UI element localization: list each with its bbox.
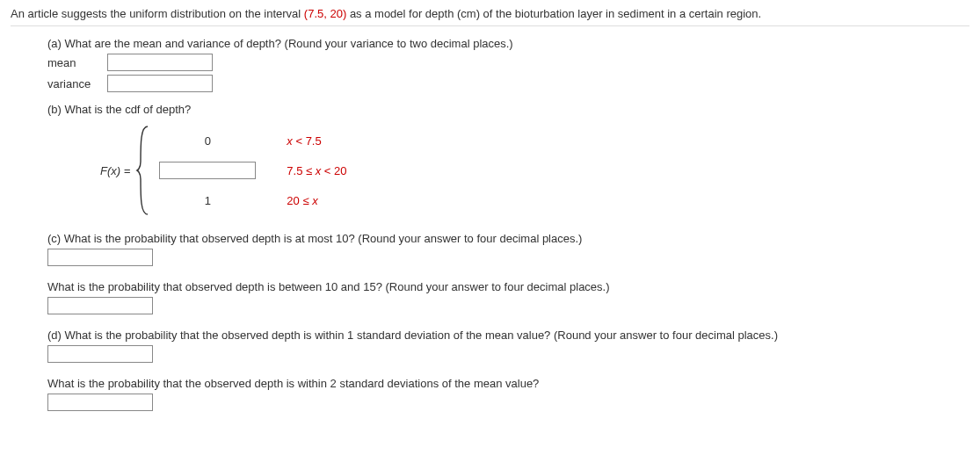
cdf-case-3: 1 20 ≤ x	[155, 185, 346, 215]
cdf-cond-1: x < 7.5	[287, 134, 321, 148]
part-b: (b) What is the cdf of depth? F(x) = 0 x…	[47, 103, 969, 216]
part-d-input-1[interactable]	[47, 345, 153, 363]
part-d-q1: (d) What is the probability that the obs…	[47, 329, 969, 342]
intro-after: as a model for depth (cm) of the bioturb…	[346, 7, 761, 20]
part-d-input-2[interactable]	[47, 394, 153, 411]
cdf-middle-input[interactable]	[159, 162, 256, 179]
variance-input[interactable]	[107, 75, 213, 92]
mean-input[interactable]	[107, 54, 213, 71]
mean-label: mean	[47, 56, 107, 69]
part-d-q2: What is the probability that the observe…	[47, 377, 969, 390]
cdf-case-2: 7.5 ≤ x < 20	[155, 155, 346, 185]
fx-label: F(x) =	[100, 164, 130, 177]
intro-text: An article suggests the uniform distribu…	[11, 7, 969, 26]
intro-before: An article suggests the uniform distribu…	[11, 7, 304, 20]
part-a-prompt: (a) What are the mean and variance of de…	[47, 37, 969, 50]
part-c-q1: (c) What is the probability that observe…	[47, 232, 969, 245]
cdf-case-1: 0 x < 7.5	[155, 126, 346, 155]
interval-value: (7.5, 20)	[304, 7, 346, 20]
cdf-cond-2: 7.5 ≤ x < 20	[287, 164, 346, 177]
part-b-prompt: (b) What is the cdf of depth?	[47, 103, 969, 116]
cdf-cond-3: 20 ≤ x	[287, 194, 317, 207]
part-d: (d) What is the probability that the obs…	[47, 329, 969, 411]
part-c: (c) What is the probability that observe…	[47, 232, 969, 314]
cdf-val-3: 1	[155, 194, 260, 207]
part-a: (a) What are the mean and variance of de…	[47, 37, 969, 92]
part-c-input-1[interactable]	[47, 249, 153, 266]
left-brace-icon	[135, 125, 151, 216]
part-c-q2: What is the probability that observed de…	[47, 280, 969, 293]
variance-label: variance	[47, 77, 107, 90]
part-c-input-2[interactable]	[47, 297, 153, 314]
cdf-val-1: 0	[155, 134, 260, 148]
